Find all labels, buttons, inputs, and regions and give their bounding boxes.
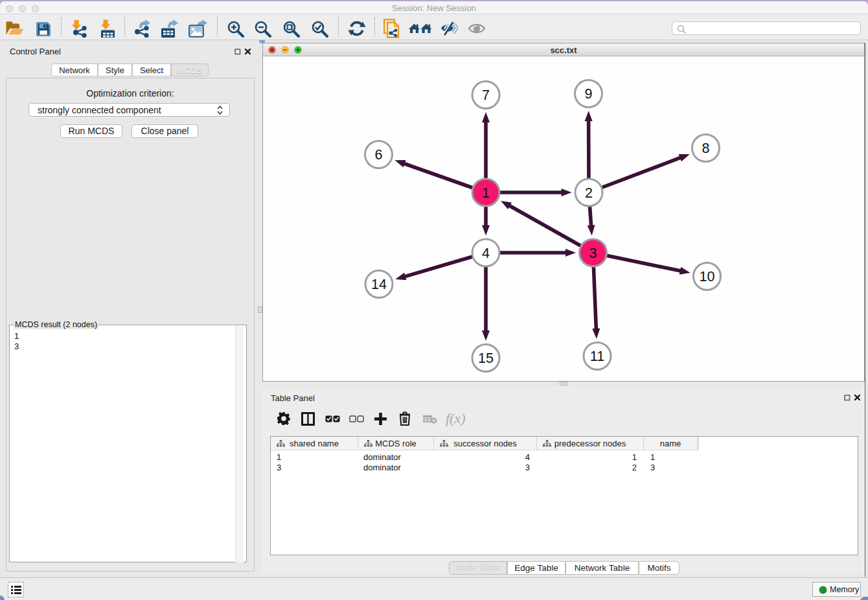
svg-text:3: 3 <box>589 246 597 261</box>
svg-text:15: 15 <box>478 351 494 366</box>
svg-text:8: 8 <box>702 141 710 156</box>
svg-text:1: 1 <box>482 185 490 201</box>
svg-text:14: 14 <box>371 277 387 292</box>
svg-text:7: 7 <box>482 87 490 103</box>
svg-text:9: 9 <box>585 86 593 102</box>
svg-text:11: 11 <box>590 349 604 364</box>
svg-text:6: 6 <box>375 147 383 163</box>
svg-text:4: 4 <box>482 246 490 261</box>
svg-text:10: 10 <box>700 269 715 284</box>
svg-text:2: 2 <box>585 185 593 201</box>
